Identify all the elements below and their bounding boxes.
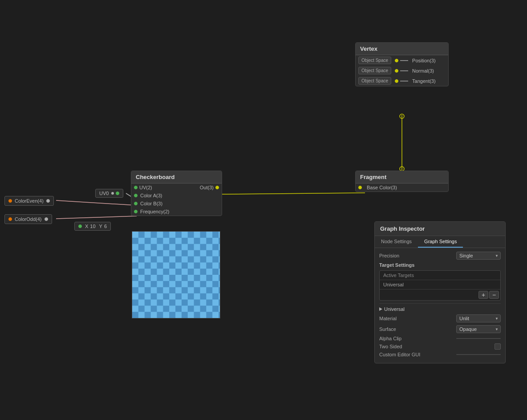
canvas-area: Vertex Object Space Position(3) Object S… — [0, 0, 527, 420]
target-settings-title: Target Settings — [379, 262, 501, 268]
checker-colora-row: Color A(3) — [131, 192, 222, 200]
checkerboard-node: Checkerboard UV(2) Out(3) Color A(3) Col… — [131, 171, 222, 216]
vertex-node: Vertex Object Space Position(3) Object S… — [355, 42, 449, 86]
y-label: Y — [99, 224, 102, 229]
uv0-node: UV0 — [95, 189, 123, 198]
position-label: Position(3) — [412, 58, 436, 63]
target-buttons: + − — [380, 289, 500, 300]
position-space-label: Object Space — [358, 57, 391, 64]
normal-label: Normal(3) — [412, 68, 434, 73]
material-select[interactable]: Unlit Lit — [456, 314, 501, 322]
inspector-body: Precision Single Half Target Settings Ac… — [375, 248, 505, 363]
color-even-node: ColorEven(4) — [4, 196, 54, 206]
color-odd-label: ColorOdd(4) — [15, 216, 42, 222]
add-target-button[interactable]: + — [478, 291, 488, 299]
tangent-label: Tangent(3) — [412, 78, 436, 84]
alpha-clip-label: Alpha Clip — [379, 336, 401, 341]
two-sided-label: Two Sided — [379, 344, 402, 349]
alpha-clip-row: Alpha Clip — [379, 336, 501, 341]
universal-section-title: Universal — [379, 306, 501, 312]
x-label: X — [85, 224, 88, 229]
remove-target-button[interactable]: − — [489, 291, 499, 299]
custom-editor-row: Custom Editor GUI — [379, 352, 501, 357]
fragment-node: Fragment Base Color(3) — [355, 171, 449, 192]
two-sided-row: Two Sided — [379, 343, 501, 350]
graph-inspector-panel: Graph Inspector Node Settings Graph Sett… — [374, 221, 506, 363]
svg-line-0 — [222, 193, 365, 194]
tab-node-settings[interactable]: Node Settings — [375, 236, 418, 248]
alpha-clip-bar — [456, 338, 501, 339]
normal-space-label: Object Space — [358, 67, 391, 74]
color-even-label: ColorEven(4) — [15, 198, 44, 204]
vertex-normal-row: Object Space Normal(3) — [356, 65, 448, 76]
tab-graph-settings[interactable]: Graph Settings — [418, 236, 463, 248]
checker-uv-label: UV(2) — [139, 185, 152, 190]
precision-select-wrapper[interactable]: Single Half — [456, 252, 501, 260]
inspector-tabs: Node Settings Graph Settings — [375, 236, 505, 248]
precision-row: Precision Single Half — [379, 252, 501, 260]
two-sided-checkbox[interactable] — [495, 343, 501, 350]
svg-line-3 — [56, 216, 137, 219]
checker-out-label: Out(3) — [200, 185, 214, 190]
checker-frequency-row: Frequency(2) — [131, 208, 222, 216]
svg-line-2 — [56, 200, 137, 205]
active-targets-header: Active Targets — [380, 271, 500, 280]
custom-editor-bar — [456, 354, 501, 355]
target-box: Active Targets Universal + − — [379, 270, 501, 301]
surface-row: Surface Opaque Transparent — [379, 325, 501, 333]
precision-label: Precision — [379, 253, 399, 258]
material-select-wrapper[interactable]: Unlit Lit — [456, 314, 501, 322]
universal-collapse-icon — [379, 307, 382, 311]
inspector-header: Graph Inspector — [375, 222, 505, 236]
vertex-position-row: Object Space Position(3) — [356, 55, 448, 65]
material-label: Material — [379, 316, 397, 321]
precision-select[interactable]: Single Half — [456, 252, 501, 260]
y-value: 6 — [104, 224, 107, 229]
section-divider — [379, 303, 501, 304]
checker-frequency-label: Frequency(2) — [140, 209, 169, 214]
fragment-basecolor-row: Base Color(3) — [356, 183, 448, 192]
surface-select[interactable]: Opaque Transparent — [456, 325, 501, 333]
checker-uv-row: UV(2) Out(3) — [131, 183, 222, 192]
checker-preview — [132, 231, 220, 318]
vertex-node-title: Vertex — [356, 43, 448, 55]
base-color-label: Base Color(3) — [367, 185, 397, 190]
universal-target-item: Universal — [380, 280, 500, 289]
x-value: 10 — [90, 224, 95, 229]
surface-label: Surface — [379, 326, 396, 332]
checker-colorb-row: Color B(3) — [131, 200, 222, 208]
checker-colorb-label: Color B(3) — [140, 201, 162, 206]
surface-select-wrapper[interactable]: Opaque Transparent — [456, 325, 501, 333]
universal-title-label: Universal — [384, 306, 405, 312]
svg-point-5 — [400, 114, 404, 118]
material-row: Material Unlit Lit — [379, 314, 501, 322]
tangent-space-label: Object Space — [358, 77, 391, 85]
color-odd-node: ColorOdd(4) — [4, 214, 52, 224]
uv0-label: UV0 — [99, 191, 109, 196]
custom-editor-label: Custom Editor GUI — [379, 352, 420, 357]
checker-node-title: Checkerboard — [131, 171, 222, 183]
fragment-node-title: Fragment — [356, 171, 448, 183]
checker-colora-label: Color A(3) — [140, 193, 162, 198]
xy-node: X 10 Y 6 — [74, 222, 111, 231]
checker-canvas — [132, 232, 220, 318]
vertex-tangent-row: Object Space Tangent(3) — [356, 76, 448, 86]
